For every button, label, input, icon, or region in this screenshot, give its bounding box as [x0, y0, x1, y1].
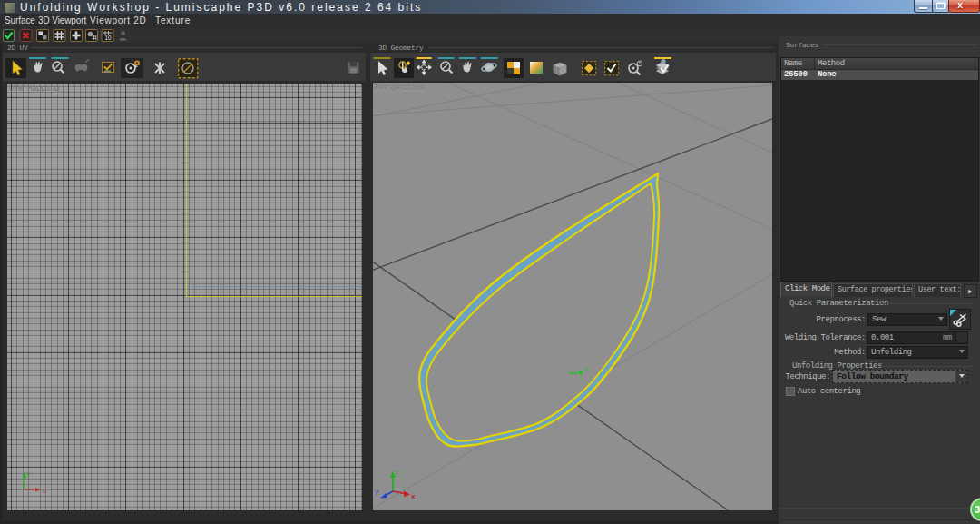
svg-text:z: z — [395, 469, 398, 476]
svg-text:y: y — [375, 489, 378, 496]
svg-text:u: u — [43, 489, 46, 495]
svg-text:x: x — [411, 493, 416, 500]
svg-text:v: v — [26, 471, 30, 478]
svg-text:10: 10 — [105, 35, 113, 41]
